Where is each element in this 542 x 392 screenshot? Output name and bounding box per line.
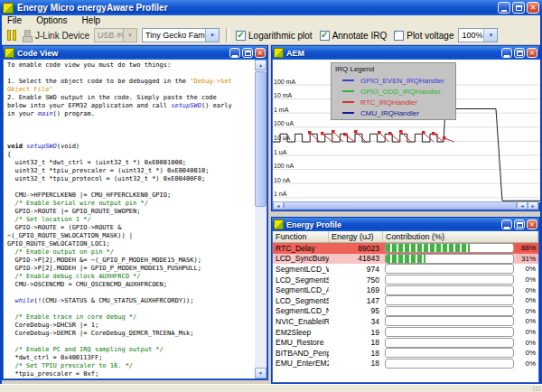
code-line: uint32_t *dwt_ctrl = (uint32_t *) 0xE000… [7, 159, 255, 167]
menu-item-file[interactable]: File [0, 15, 29, 26]
code-view-window: Code View ✕ To enable code view you must… [2, 45, 268, 380]
device-reset-icon[interactable] [23, 30, 31, 42]
codeview-close-button[interactable]: ✕ [255, 48, 266, 58]
percent-label: 66% [516, 244, 538, 252]
codeview-maximize-button[interactable] [242, 48, 253, 58]
code-line: CMU->HFPERCLKEN0 |= CMU_HFPERCLKEN0_GPIO… [7, 191, 255, 200]
function-cell: LCD_SegmentSet... [273, 296, 329, 305]
aem-horizontal-scrollbar[interactable]: ◄ ◄ ► [273, 201, 538, 210]
table-row[interactable]: LCD_SyncBusyDe...4184331% [273, 254, 538, 265]
table-row[interactable]: NVIC_EnableIRQ340% [273, 316, 538, 327]
title-bar[interactable]: Energy Micro energyAware Profiler ✕ [0, 0, 542, 15]
svg-text:100 nA: 100 nA [274, 163, 294, 169]
checkbox-label: Annotate IRQ [332, 31, 388, 41]
function-cell: EMU_Restore [273, 338, 329, 347]
contribution-cell: 0% [383, 316, 538, 327]
family-select[interactable]: Tiny Gecko Family ▼ [142, 28, 220, 42]
function-cell: EMU_EnterEM2 [273, 359, 329, 368]
aem-title-bar[interactable]: AEM ✕ [272, 46, 539, 60]
energyprofile-maximize-button[interactable] [514, 219, 525, 229]
zoom-select[interactable]: 100% ▼ [458, 28, 498, 42]
contribution-cell: 0% [383, 306, 538, 317]
code-line: GPIO_ROUTE_SWLOCATION_LOC1; [7, 240, 255, 248]
contribution-cell: 0% [383, 275, 538, 285]
energy-cell: 18 [329, 359, 383, 368]
main-close-button[interactable]: ✕ [527, 2, 539, 14]
checkbox-annotate-irq[interactable]: ✓Annotate IRQ [320, 31, 388, 41]
aem-close-button[interactable]: ✕ [527, 48, 537, 58]
code-line [7, 183, 255, 191]
code-line: Object File" [7, 86, 255, 94]
code-line: while(!(CMU->STATUS & CMU_STATUS_AUXHFRC… [7, 297, 255, 305]
toolbar-checkboxes: ✓Logarithmic plot✓Annotate IRQPlot volta… [236, 31, 453, 41]
energy-profile-title-bar[interactable]: Energy Profile ✕ [272, 218, 539, 231]
pause-button[interactable] [7, 30, 16, 41]
contribution-bar [385, 264, 514, 274]
main-window-controls: ✕ [496, 2, 539, 14]
menu-item-options[interactable]: Options [29, 15, 74, 26]
energy-cell: 169 [329, 285, 383, 294]
scrollbar-thumb[interactable] [255, 71, 266, 207]
function-cell: SegmentLCD_Nu... [273, 306, 329, 315]
code-line: CoreDebug->DHCSR |= 1; [7, 322, 255, 330]
scroll-down-icon[interactable]: ▼ [255, 368, 266, 378]
code-line: *dwt_ctrl = 0x400113FF; [7, 354, 255, 362]
function-cell: LCD_SegmentSet [273, 275, 329, 285]
table-row[interactable]: SegmentLCD_Alp...1690% [273, 285, 538, 295]
function-cell: LCD_SyncBusyDe... [273, 254, 329, 263]
toolbar: J-Link Device USB #0 ▼ Tiny Gecko Family… [0, 26, 542, 45]
aem-minimize-button[interactable] [501, 48, 512, 58]
table-row[interactable]: EM2Sleep190% [273, 327, 538, 338]
legend-entry: GPIO_EVEN_IRQHandler [335, 75, 452, 86]
column-header-contribution[interactable]: Contribution (%) [383, 231, 538, 242]
table-row[interactable]: RTC_Delay8902366% [273, 243, 538, 254]
checkbox-plot-voltage[interactable]: Plot voltage [394, 31, 453, 41]
energy-cell: 41843 [329, 254, 383, 263]
contribution-cell: 31% [383, 254, 538, 265]
menu-item-help[interactable]: Help [75, 15, 108, 26]
table-row[interactable]: EMU_Restore180% [273, 337, 538, 348]
scrollbar-thumb[interactable] [284, 201, 517, 210]
table-row[interactable]: LCD_SegmentSet...1470% [273, 295, 538, 306]
function-cell: EM2Sleep [273, 328, 329, 337]
column-header-function[interactable]: Function [273, 231, 329, 242]
scroll-right-icon[interactable]: ► [528, 201, 538, 210]
table-row[interactable]: SegmentLCD_Nu...950% [273, 306, 538, 317]
checkbox-logarithmic-plot[interactable]: ✓Logarithmic plot [236, 31, 313, 41]
scroll-left-icon[interactable]: ◄ [273, 201, 284, 210]
table-row[interactable]: BITBAND_Periph...180% [273, 348, 538, 359]
percent-label: 0% [516, 328, 538, 336]
code-view-vertical-scrollbar[interactable]: ▲ ▼ [255, 60, 266, 378]
aem-window-controls: ✕ [500, 48, 537, 58]
energy-profile-icon [274, 219, 284, 229]
checkbox-icon: ✓ [320, 31, 330, 41]
energy-cell: 34 [329, 317, 383, 326]
code-line: GPIO->P[2].MODEH |= GPIO_P_MODEH_MODE15_… [7, 265, 255, 273]
energyprofile-minimize-button[interactable] [501, 219, 512, 229]
column-header-energy[interactable]: Energy (uJ) [329, 231, 383, 242]
main-minimize-button[interactable] [498, 2, 510, 14]
main-maximize-button[interactable] [512, 2, 525, 14]
table-row[interactable]: EMU_EnterEM2180% [273, 359, 538, 369]
usb-select[interactable]: USB #0 ▼ [94, 28, 137, 42]
resize-grip[interactable] [532, 386, 541, 392]
table-row[interactable]: LCD_SegmentSet7500% [273, 275, 538, 285]
codeview-minimize-button[interactable] [229, 48, 240, 58]
legend-entry: RTC_IRQHandler [335, 97, 452, 107]
contribution-bar [385, 243, 514, 253]
code-editor[interactable]: To enable code view you must do two thin… [4, 60, 255, 378]
table-row[interactable]: SegmentLCD_Write9740% [273, 264, 538, 275]
code-line: CoreDebug->DEMCR |= CoreDebug_DEMCR_TRCE… [7, 330, 255, 338]
scroll-up-icon[interactable]: ▲ [255, 60, 266, 70]
aem-maximize-button[interactable] [514, 48, 525, 58]
aem-plot[interactable]: 100 mA10 mA1 mA100 uA10 uA1 uA100 nA10 n… [273, 60, 540, 202]
contribution-bar [385, 327, 514, 337]
contribution-bar [385, 359, 514, 369]
code-view-title-bar[interactable]: Code View ✕ [3, 46, 267, 60]
code-line: { [7, 151, 255, 159]
contribution-bar [385, 348, 514, 358]
energyprofile-close-button[interactable]: ✕ [527, 219, 537, 229]
irq-legend: IRQ Legend GPIO_EVEN_IRQHandlerGPIO_ODD_… [331, 62, 456, 120]
scroll-left2-icon[interactable]: ◄ [517, 201, 528, 210]
energy-cell: 18 [329, 349, 383, 358]
